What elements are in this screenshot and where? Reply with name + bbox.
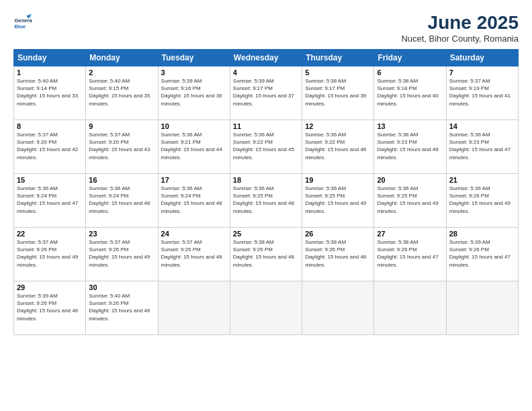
title-area: June 2025 Nucet, Bihor County, Romania [401,12,519,44]
calendar-table: Sunday Monday Tuesday Wednesday Thursday… [13,49,519,335]
header: General Blue June 2025 Nucet, Bihor Coun… [13,12,519,44]
day-cell-22: 22 Sunrise: 5:37 AMSunset: 9:26 PMDaylig… [14,228,86,281]
svg-text:Blue: Blue [14,24,26,30]
week-row-2: 8 Sunrise: 5:37 AMSunset: 9:20 PMDayligh… [14,120,519,174]
day-cell-30: 30 Sunrise: 5:40 AMSunset: 9:26 PMDaylig… [86,281,158,335]
header-tuesday: Tuesday [158,50,230,66]
weekday-header-row: Sunday Monday Tuesday Wednesday Thursday… [14,50,519,66]
logo: General Blue [13,12,32,31]
day-cell-24: 24 Sunrise: 5:37 AMSunset: 9:26 PMDaylig… [158,228,230,281]
day-cell-10: 10 Sunrise: 5:36 AMSunset: 9:21 PMDaylig… [158,120,230,174]
day-cell-20: 20 Sunrise: 5:36 AMSunset: 9:25 PMDaylig… [374,174,446,228]
page: General Blue June 2025 Nucet, Bihor Coun… [0,0,532,411]
day-cell-19: 19 Sunrise: 5:36 AMSunset: 9:25 PMDaylig… [302,174,374,228]
day-cell-7: 7 Sunrise: 5:37 AMSunset: 9:19 PMDayligh… [446,66,518,120]
day-cell-17: 17 Sunrise: 5:36 AMSunset: 9:24 PMDaylig… [158,174,230,228]
day-cell-21: 21 Sunrise: 5:36 AMSunset: 9:26 PMDaylig… [446,174,518,228]
day-cell-8: 8 Sunrise: 5:37 AMSunset: 9:20 PMDayligh… [14,120,86,174]
day-cell-4: 4 Sunrise: 5:39 AMSunset: 9:17 PMDayligh… [230,66,302,120]
header-friday: Friday [374,50,446,66]
day-cell-23: 23 Sunrise: 5:37 AMSunset: 9:26 PMDaylig… [86,228,158,281]
day-cell-3: 3 Sunrise: 5:39 AMSunset: 9:16 PMDayligh… [158,66,230,120]
header-thursday: Thursday [302,50,374,66]
day-cell-18: 18 Sunrise: 5:36 AMSunset: 9:25 PMDaylig… [230,174,302,228]
calendar-title: June 2025 [401,12,519,34]
day-cell-13: 13 Sunrise: 5:36 AMSunset: 9:23 PMDaylig… [374,120,446,174]
calendar-subtitle: Nucet, Bihor County, Romania [401,34,519,44]
day-cell-empty-2 [230,281,302,335]
header-wednesday: Wednesday [230,50,302,66]
day-cell-6: 6 Sunrise: 5:38 AMSunset: 9:18 PMDayligh… [374,66,446,120]
week-row-1: 1 Sunrise: 5:40 AMSunset: 9:14 PMDayligh… [14,66,519,120]
day-cell-29: 29 Sunrise: 5:39 AMSunset: 9:26 PMDaylig… [14,281,86,335]
day-cell-14: 14 Sunrise: 5:36 AMSunset: 9:23 PMDaylig… [446,120,518,174]
day-cell-15: 15 Sunrise: 5:36 AMSunset: 9:24 PMDaylig… [14,174,86,228]
day-cell-27: 27 Sunrise: 5:38 AMSunset: 9:26 PMDaylig… [374,228,446,281]
week-row-4: 22 Sunrise: 5:37 AMSunset: 9:26 PMDaylig… [14,228,519,281]
day-cell-12: 12 Sunrise: 5:36 AMSunset: 9:22 PMDaylig… [302,120,374,174]
day-cell-empty-3 [302,281,374,335]
day-cell-28: 28 Sunrise: 5:39 AMSunset: 9:26 PMDaylig… [446,228,518,281]
day-cell-26: 26 Sunrise: 5:38 AMSunset: 9:26 PMDaylig… [302,228,374,281]
day-cell-5: 5 Sunrise: 5:38 AMSunset: 9:17 PMDayligh… [302,66,374,120]
day-cell-1: 1 Sunrise: 5:40 AMSunset: 9:14 PMDayligh… [14,66,86,120]
svg-text:General: General [14,17,32,24]
day-cell-25: 25 Sunrise: 5:38 AMSunset: 9:26 PMDaylig… [230,228,302,281]
day-cell-16: 16 Sunrise: 5:36 AMSunset: 9:24 PMDaylig… [86,174,158,228]
day-cell-11: 11 Sunrise: 5:36 AMSunset: 9:22 PMDaylig… [230,120,302,174]
header-monday: Monday [86,50,158,66]
header-saturday: Saturday [446,50,518,66]
day-cell-2: 2 Sunrise: 5:40 AMSunset: 9:15 PMDayligh… [86,66,158,120]
logo-icon: General Blue [13,12,32,31]
day-cell-empty-4 [374,281,446,335]
day-cell-9: 9 Sunrise: 5:37 AMSunset: 9:20 PMDayligh… [86,120,158,174]
week-row-5: 29 Sunrise: 5:39 AMSunset: 9:26 PMDaylig… [14,281,519,335]
day-cell-empty-1 [158,281,230,335]
day-cell-empty-5 [446,281,518,335]
header-sunday: Sunday [14,50,86,66]
week-row-3: 15 Sunrise: 5:36 AMSunset: 9:24 PMDaylig… [14,174,519,228]
